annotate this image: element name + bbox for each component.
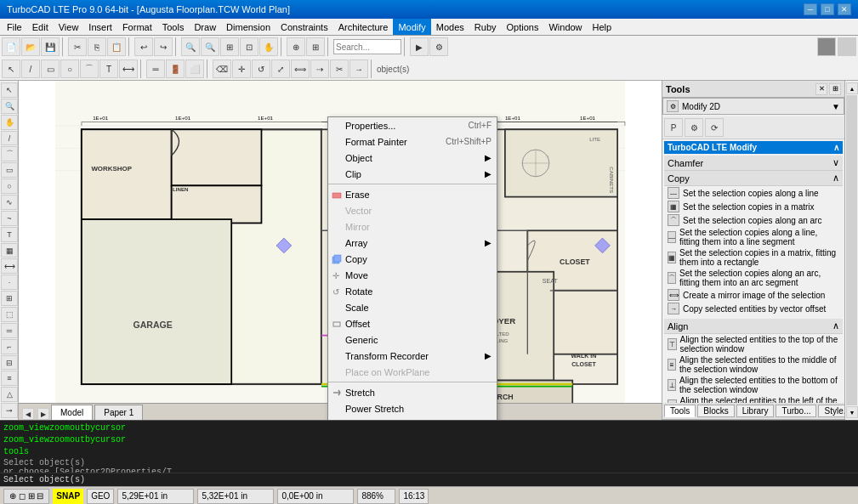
menu-item-line-length[interactable]: Line Length: [328, 416, 497, 420]
menu-item-array[interactable]: Array ▶: [328, 235, 497, 251]
tb-open[interactable]: 📂: [21, 37, 40, 56]
menu-insert[interactable]: Insert: [83, 19, 117, 35]
menu-item-generic[interactable]: Generic: [328, 331, 497, 348]
tb-zoom-in[interactable]: 🔍: [181, 37, 200, 56]
menu-ruby[interactable]: Ruby: [469, 19, 502, 35]
lt-block[interactable]: ⬚: [1, 307, 18, 322]
menu-item-offset[interactable]: Offset: [328, 315, 497, 331]
tb-settings[interactable]: ⚙: [429, 37, 448, 56]
menu-item-properties[interactable]: Properties... Ctrl+F: [328, 117, 497, 133]
tb-window[interactable]: ⬜: [185, 59, 204, 78]
tb-zoom-all[interactable]: ⊞: [220, 37, 239, 56]
menu-item-copy[interactable]: Copy: [328, 251, 497, 267]
tb-trim[interactable]: ✂: [330, 59, 349, 78]
tb-save[interactable]: 💾: [41, 37, 60, 56]
tb-grid[interactable]: ⊞: [306, 37, 325, 56]
tb-text[interactable]: T: [99, 59, 118, 78]
menu-modes[interactable]: Modes: [431, 19, 469, 35]
lt-arc[interactable]: ∿: [1, 195, 18, 210]
tb-door[interactable]: 🚪: [166, 59, 185, 78]
section-collapse[interactable]: ∧: [833, 143, 839, 152]
tab-paper1[interactable]: Paper 1: [94, 405, 143, 420]
lt-roof[interactable]: △: [1, 387, 18, 402]
menu-item-place-on-workplane[interactable]: Place on WorkPlane: [328, 364, 497, 380]
tb-offset[interactable]: ⇢: [310, 59, 329, 78]
panel-tab-blocks[interactable]: Blocks: [697, 405, 734, 417]
menu-item-vector[interactable]: Vector: [328, 202, 497, 218]
close-button[interactable]: ✕: [838, 3, 851, 15]
scroll-thumb[interactable]: [846, 95, 857, 405]
copy-item-4[interactable]: — Set the selection copies along a line,…: [664, 227, 843, 247]
menu-options[interactable]: Options: [502, 19, 544, 35]
tb-erase[interactable]: ⌫: [213, 59, 231, 78]
copy-item-6[interactable]: ⌒ Set the selection copies along an arc,…: [664, 268, 843, 288]
lt-dim[interactable]: ⟷: [1, 258, 18, 274]
menu-window[interactable]: Window: [543, 19, 587, 35]
tb-arc[interactable]: ⌒: [80, 59, 99, 78]
tb-select[interactable]: ↖: [2, 59, 20, 78]
menu-item-clip[interactable]: Clip ▶: [328, 166, 497, 182]
tb-new[interactable]: 📄: [2, 37, 20, 56]
menu-view[interactable]: View: [54, 19, 84, 35]
copy-item-3[interactable]: ⌒ Set the selection copies along an arc: [664, 213, 843, 227]
lt-door[interactable]: ⌐: [1, 339, 18, 354]
menu-edit[interactable]: Edit: [27, 19, 54, 35]
lt-text[interactable]: T: [1, 227, 18, 242]
scroll-down-btn[interactable]: ▼: [846, 406, 858, 418]
tb-dim[interactable]: ⟷: [119, 59, 138, 78]
copy-item-8[interactable]: → Copy selected entities by vector offse…: [664, 302, 843, 315]
menu-item-mirror[interactable]: Mirror: [328, 218, 497, 235]
tb-zoom-sel[interactable]: ⊡: [240, 37, 259, 56]
menu-dimension[interactable]: Dimension: [221, 19, 276, 35]
lt-polyline[interactable]: ⌒: [1, 146, 18, 161]
menu-item-move[interactable]: ✛ Move: [328, 267, 497, 283]
tb-copy[interactable]: ⎘: [88, 37, 106, 56]
tb-extend[interactable]: →: [349, 59, 368, 78]
tb-rect[interactable]: ▭: [41, 59, 60, 78]
lt-measure[interactable]: ⊸: [1, 403, 18, 418]
tb-circle[interactable]: ○: [60, 59, 79, 78]
align-item-3[interactable]: ⊥ Align the selected entities to the bot…: [664, 375, 843, 395]
menu-item-scale[interactable]: Scale: [328, 299, 497, 315]
tb-scale[interactable]: ⤢: [271, 59, 290, 78]
copy-item-5[interactable]: ▦ Set the selection copies in a matrix, …: [664, 247, 843, 268]
copy-item-2[interactable]: ▦ Set the selection copies in a matrix: [664, 200, 843, 213]
tools-dropdown[interactable]: ⚙ Modify 2D ▼: [662, 98, 844, 115]
lt-wall[interactable]: ═: [1, 323, 18, 338]
tb-paste[interactable]: 📋: [107, 37, 126, 56]
tb-undo[interactable]: ↩: [134, 37, 153, 56]
tb-color2[interactable]: [838, 37, 856, 56]
panel-tab-library[interactable]: Library: [736, 405, 775, 417]
menu-draw[interactable]: Draw: [189, 19, 221, 35]
menu-architecture[interactable]: Architecture: [333, 19, 394, 35]
menu-item-object[interactable]: Object ▶: [328, 150, 497, 166]
lt-window[interactable]: ⊟: [1, 355, 18, 371]
align-item-4[interactable]: ⊣ Align the selected entities to the lef…: [664, 395, 843, 403]
align-item-2[interactable]: ≡ Align the selected entities to the mid…: [664, 354, 843, 375]
menu-item-power-stretch[interactable]: Power Stretch: [328, 400, 497, 416]
menu-tools[interactable]: Tools: [157, 19, 190, 35]
maximize-button[interactable]: □: [821, 3, 834, 15]
lt-stair[interactable]: ≡: [1, 371, 18, 386]
status-icons[interactable]: ⊕ ◻ ⊞ ⊟: [3, 489, 49, 504]
lt-hatch[interactable]: ▦: [1, 243, 18, 258]
lt-line[interactable]: /: [1, 131, 18, 146]
tb-pan[interactable]: ✋: [259, 37, 278, 56]
align-subsection[interactable]: Align ∧: [664, 319, 843, 334]
tb-render[interactable]: ▶: [410, 37, 429, 56]
tb-line[interactable]: /: [21, 59, 40, 78]
minimize-button[interactable]: ─: [804, 3, 817, 15]
menu-item-transform-recorder[interactable]: Transform Recorder ▶: [328, 348, 497, 364]
tools-icon-3[interactable]: ⟳: [705, 118, 724, 137]
lt-point[interactable]: ·: [1, 275, 18, 290]
tb-color1[interactable]: [817, 37, 836, 56]
panel-float-btn[interactable]: ⊞: [829, 83, 841, 95]
menu-constraints[interactable]: Constraints: [276, 19, 333, 35]
chamfer-subsection[interactable]: Chamfer ∨: [664, 156, 843, 171]
tools-icon-2[interactable]: ⚙: [685, 118, 703, 137]
panel-tab-tools[interactable]: Tools: [664, 405, 696, 417]
scroll-up-btn[interactable]: ▲: [846, 82, 858, 94]
lt-pan[interactable]: ✋: [1, 115, 18, 130]
menu-item-stretch[interactable]: Stretch: [328, 384, 497, 400]
menu-modify[interactable]: Modify: [393, 19, 430, 35]
